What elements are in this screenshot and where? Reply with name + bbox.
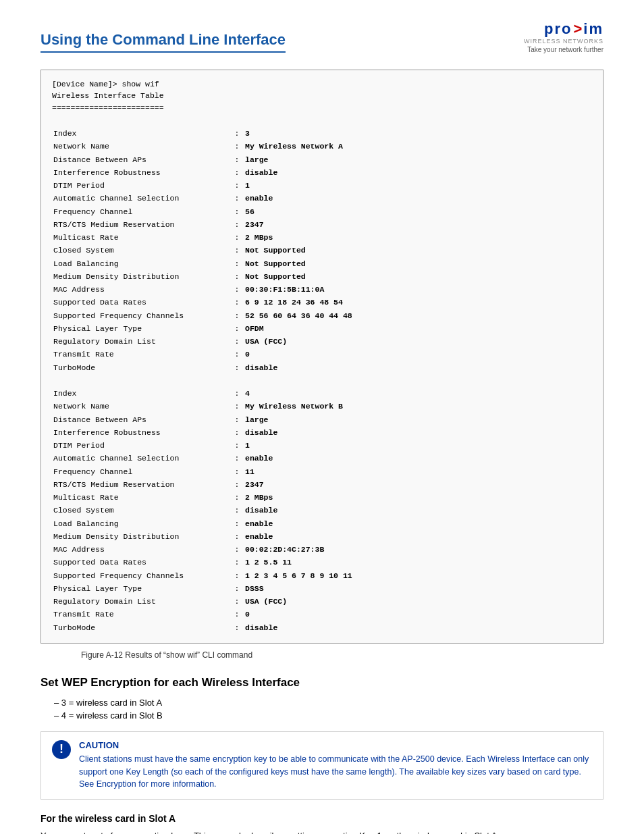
table-row: Medium Density Distribution:enable [53,531,591,542]
table-row: DTIM Period:1 [53,440,591,451]
table-cell-colon: : [230,466,244,477]
table-row: Physical Layer Type:OFDM [53,323,591,334]
table-cell-value: USA (FCC) [245,336,591,347]
table-row: Supported Data Rates:1 2 5.5 11 [53,556,591,568]
table-cell-label: Medium Density Distribution [53,531,229,542]
caution-content: CAUTION Client stations must have the sa… [79,740,592,791]
table-cell-colon: : [230,556,244,568]
table-row: Automatic Channel Selection:enable [53,452,591,464]
table-row: RTS/CTS Medium Reservation:2347 [53,219,591,230]
table-row: Closed System:disable [53,504,591,516]
table-cell-colon: : [230,284,244,295]
table-cell-value: large [245,154,591,165]
table-cell-label: Transmit Rate [53,348,229,360]
table-cell-colon: : [230,492,244,503]
table-cell-label: Automatic Channel Selection [53,452,229,464]
table-cell-value: 2347 [245,219,591,230]
table-cell-colon: : [230,167,244,178]
table-cell-label: Closed System [53,244,229,256]
table-cell-value: OFDM [245,323,591,334]
table-row: Supported Frequency Channels:52 56 60 64… [53,310,591,321]
table-cell-label: Physical Layer Type [53,583,229,594]
proxim-logo: pro > im [524,20,603,38]
table-cell-colon: : [230,570,244,581]
caution-box: ! CAUTION Client stations must have the … [41,731,603,800]
table-cell-value: disable [245,167,591,178]
table-cell-label: Multicast Rate [53,232,229,243]
table-cell-value: 56 [245,206,591,217]
table-cell-colon: : [230,608,244,620]
table-cell-label: MAC Address [53,284,229,295]
table-cell-value: 2 MBps [245,232,591,243]
terminal-command: [Device Name]> show wif [52,78,592,90]
table-cell-colon: : [230,362,244,373]
table-cell-label: RTS/CTS Medium Reservation [53,479,229,490]
table-cell-colon: : [230,180,244,191]
table-cell-colon: : [230,504,244,516]
table-row: Regulatory Domain List:USA (FCC) [53,596,591,607]
table-cell-label: Index [53,388,229,399]
table-cell-colon: : [230,388,244,399]
logo-tagline: Take your network further [524,46,603,53]
table-cell-value: Not Supported [245,271,591,282]
table-cell-value: 52 56 60 64 36 40 44 48 [245,310,591,321]
terminal-divider: ======================== [52,102,592,113]
table-row: RTS/CTS Medium Reservation:2347 [53,479,591,490]
table-cell-label: Medium Density Distribution [53,271,229,282]
logo-arrow: > [573,20,582,38]
table-cell-colon: : [230,296,244,308]
table-cell-value: 0 [245,608,591,620]
table-cell-label: Regulatory Domain List [53,596,229,607]
table-cell-label: Index [53,128,229,139]
table-row: Interference Robustness:disable [53,167,591,178]
table-cell-value: 2 MBps [245,492,591,503]
wep-section-title: Set WEP Encryption for each Wireless Int… [41,676,603,689]
table-cell-label: Multicast Rate [53,492,229,503]
table-row: Network Name:My Wireless Network B [53,400,591,412]
table-row: Multicast Rate:2 MBps [53,492,591,503]
table-cell-colon: : [230,583,244,594]
table-cell-colon: : [230,596,244,607]
table-cell-value: 2347 [245,479,591,490]
table-row: Interference Robustness:disable [53,427,591,438]
table-cell-colon: : [230,348,244,360]
table-row: Supported Data Rates:6 9 12 18 24 36 48 … [53,296,591,308]
table-cell-value: 0 [245,348,591,360]
table-cell-colon: : [230,258,244,269]
table-cell-colon: : [230,452,244,464]
table-cell-colon: : [230,518,244,529]
table-row: Load Balancing:enable [53,518,591,529]
table-cell-label: Distance Between APs [53,154,229,165]
table-cell-colon: : [230,271,244,282]
table-row: Frequency Channel:11 [53,466,591,477]
logo-text-pro: pro [544,20,572,38]
table-cell-label: Interference Robustness [53,167,229,178]
table-cell-label: Network Name [53,400,229,412]
logo-text-im: im [583,20,603,38]
table-cell-label: Interference Robustness [53,427,229,438]
table-row: Supported Frequency Channels:1 2 3 4 5 6… [53,570,591,581]
table-cell-value: 1 2 3 4 5 6 7 8 9 10 11 [245,570,591,581]
table-cell-colon: : [230,400,244,412]
table-row: MAC Address:00:30:F1:5B:11:0A [53,284,591,295]
table-cell-value: 00:30:F1:5B:11:0A [245,284,591,295]
slot-a-description: You can set up to four encryption keys. … [41,829,603,834]
table-row: Distance Between APs:large [53,154,591,165]
table-row: Frequency Channel:56 [53,206,591,217]
table-cell-colon: : [230,244,244,256]
table-row: Regulatory Domain List:USA (FCC) [53,336,591,347]
table-cell-label: Physical Layer Type [53,323,229,334]
table-cell-label: Supported Data Rates [53,556,229,568]
logo-area: pro > im WIRELESS NETWORKS Take your net… [524,20,603,53]
table-cell-value: My Wireless Network A [245,140,591,152]
table-cell-value: disable [245,622,591,633]
table-cell-value: 4 [245,388,591,399]
table-cell-value: enable [245,192,591,204]
table-cell-value: disable [245,427,591,438]
bullet-slot-b: 4 = wireless card in Slot B [54,710,603,721]
table-cell-colon: : [230,154,244,165]
table-cell-colon: : [230,479,244,490]
table-cell-label: Network Name [53,140,229,152]
table-cell-value: 1 2 5.5 11 [245,556,591,568]
table-row: Multicast Rate:2 MBps [53,232,591,243]
